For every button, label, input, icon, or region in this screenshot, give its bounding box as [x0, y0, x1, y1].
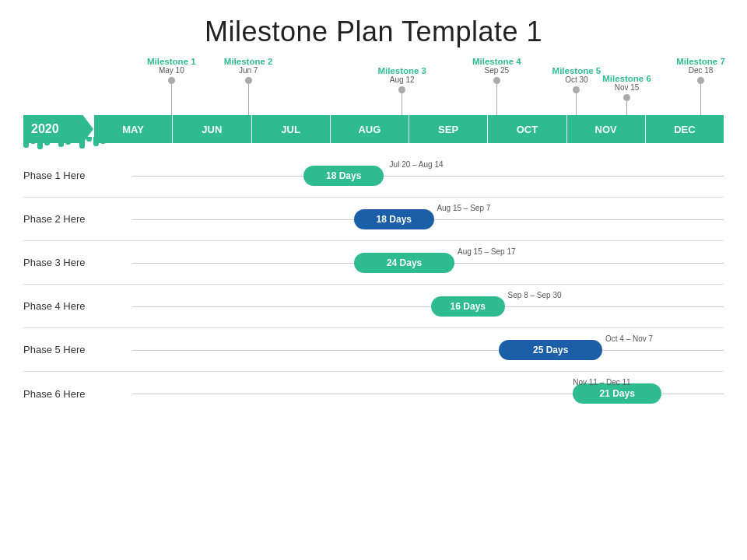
milestone-date: Nov 15 — [615, 83, 640, 92]
gantt-track: 18 DaysAug 15 – Sep 7 — [132, 198, 724, 240]
month-cell-dec: DEC — [645, 115, 724, 143]
timeline-area: Milestone 1 May 10 Milestone 2 Jun 7 Mil… — [23, 62, 724, 143]
gantt-bar: 16 Days — [431, 296, 505, 317]
gantt-date-label: Aug 15 – Sep 7 — [437, 204, 490, 212]
page: Milestone Plan Template 1 Milestone 1 Ma… — [0, 0, 747, 560]
icicle — [65, 137, 71, 145]
gantt-row: Phase 3 Here24 DaysAug 15 – Sep 17 — [23, 241, 724, 285]
milestone-title: Milestone 3 — [377, 66, 426, 75]
icicle — [44, 137, 50, 145]
icicle — [100, 137, 106, 144]
phase-label: Phase 3 Here — [23, 257, 132, 268]
milestone-line — [248, 84, 249, 115]
milestone-date: Dec 18 — [689, 66, 714, 75]
month-cell-nov: NOV — [566, 115, 645, 143]
milestone-dot — [573, 86, 580, 93]
icicle — [23, 137, 29, 148]
gantt-row: Phase 1 Here18 DaysJul 20 – Aug 14 — [23, 154, 724, 198]
gantt-row: Phase 4 Here16 DaysSep 8 – Sep 30 — [23, 285, 724, 328]
milestone-dot — [623, 94, 630, 101]
milestone-date: Oct 30 — [565, 75, 587, 84]
milestone-1: Milestone 1 May 10 — [147, 57, 196, 115]
milestone-title: Milestone 5 — [552, 66, 601, 75]
milestone-title: Milestone 7 — [676, 57, 725, 66]
gantt-bar: 18 Days — [354, 209, 434, 229]
page-title: Milestone Plan Template 1 — [23, 16, 724, 48]
milestone-5: Milestone 5 Oct 30 — [552, 66, 601, 115]
gantt-date-label: Oct 4 – Nov 7 — [605, 334, 653, 343]
phase-label: Phase 4 Here — [23, 300, 132, 312]
gantt-track: 24 DaysAug 15 – Sep 17 — [132, 241, 724, 284]
milestone-line — [626, 101, 627, 115]
gantt-track: 21 DaysNov 11 – Dec 11 — [132, 372, 724, 415]
gantt-row: Phase 2 Here18 DaysAug 15 – Sep 7 — [23, 198, 724, 241]
gantt-line — [132, 176, 724, 177]
gantt-track: 16 DaysSep 8 – Sep 30 — [132, 285, 724, 327]
milestone-line — [171, 84, 172, 115]
gantt-date-label: Aug 15 – Sep 17 — [458, 247, 516, 256]
milestone-3: Milestone 3 Aug 12 — [377, 66, 426, 115]
milestone-dot — [245, 77, 252, 84]
milestone-title: Milestone 1 — [147, 57, 196, 66]
gantt-row: Phase 6 Here21 DaysNov 11 – Dec 11 — [23, 372, 724, 415]
month-bar: MAYJUNJULAUGSEPOCTNOVDEC — [93, 115, 724, 143]
icicle — [58, 137, 64, 147]
milestone-date: Aug 12 — [390, 75, 415, 84]
gantt-line — [132, 350, 724, 351]
gantt-track: 18 DaysJul 20 – Aug 14 — [132, 154, 724, 197]
gantt-date-label: Nov 11 – Dec 11 — [573, 378, 631, 387]
milestone-2: Milestone 2 Jun 7 — [224, 57, 273, 115]
milestone-line — [496, 84, 497, 115]
phase-label: Phase 1 Here — [23, 170, 132, 181]
gantt-line — [132, 306, 724, 307]
gantt-track: 25 DaysOct 4 – Nov 7 — [132, 328, 724, 371]
gantt-date-label: Sep 8 – Sep 30 — [508, 291, 562, 299]
milestone-4: Milestone 4 Sep 25 — [472, 57, 521, 115]
milestone-title: Milestone 6 — [602, 74, 651, 83]
icicle — [79, 137, 85, 149]
milestone-dot — [697, 77, 704, 84]
month-bar-wrapper: 2020 MAYJUNJULAUGSEPOCTNOVDEC — [23, 115, 724, 143]
month-cell-sep: SEP — [409, 115, 487, 143]
milestone-line — [700, 84, 701, 115]
icicles — [23, 137, 106, 149]
gantt-bar: 25 Days — [499, 340, 602, 360]
gantt-row: Phase 5 Here25 DaysOct 4 – Nov 7 — [23, 328, 724, 372]
phase-label: Phase 2 Here — [23, 213, 132, 225]
milestone-date: Sep 25 — [484, 66, 509, 75]
phase-label: Phase 5 Here — [23, 344, 132, 355]
milestone-dot — [493, 77, 500, 84]
icicle — [30, 137, 36, 144]
phase-label: Phase 6 Here — [23, 388, 132, 400]
milestone-dot — [168, 77, 175, 84]
month-cell-jul: JUL — [251, 115, 330, 143]
milestone-date: Jun 7 — [239, 66, 258, 75]
milestone-line — [576, 93, 577, 115]
gantt-bar: 18 Days — [303, 166, 384, 186]
icicle — [72, 137, 78, 143]
milestone-dot — [398, 86, 405, 93]
month-cell-jun: JUN — [172, 115, 251, 143]
gantt-area: Phase 1 Here18 DaysJul 20 – Aug 14Phase … — [23, 154, 724, 552]
month-cell-aug: AUG — [330, 115, 409, 143]
milestone-line — [402, 93, 402, 115]
milestone-title: Milestone 4 — [472, 57, 521, 66]
icicle — [93, 137, 99, 146]
icicle — [86, 137, 92, 142]
milestone-date: May 10 — [159, 66, 184, 75]
milestone-6: Milestone 6 Nov 15 — [602, 74, 651, 115]
milestones-above: Milestone 1 May 10 Milestone 2 Jun 7 Mil… — [132, 62, 724, 115]
milestone-7: Milestone 7 Dec 18 — [676, 57, 725, 115]
gantt-date-label: Jul 20 – Aug 14 — [390, 160, 444, 169]
milestone-title: Milestone 2 — [224, 57, 273, 66]
icicle — [37, 137, 43, 149]
icicle — [51, 137, 57, 142]
gantt-bar: 24 Days — [354, 253, 454, 273]
month-cell-oct: OCT — [487, 115, 566, 143]
year-label: 2020 — [31, 122, 59, 136]
